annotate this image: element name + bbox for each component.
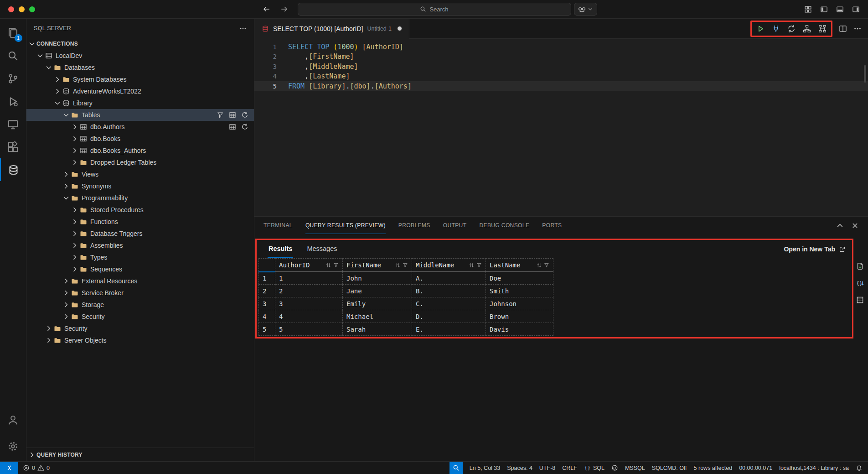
panel-tab-query-results-preview[interactable]: QUERY RESULTS (PREVIEW) [305,217,386,234]
chevron-right-icon[interactable] [70,218,79,225]
code-line-2[interactable]: 2 ,[FirstName] [254,52,868,62]
chevron-right-icon[interactable] [62,313,71,320]
tree-item-assemblies[interactable]: Assemblies [26,240,254,251]
actual-plan-button[interactable] [818,25,827,33]
tree-item-system-databases[interactable]: System Databases [26,73,254,85]
save-as-excel-button[interactable] [856,296,864,304]
tree-item-sequences[interactable]: Sequences [26,263,254,275]
grid-row[interactable]: 44MichaelD.Brown [259,310,553,323]
chevron-right-icon[interactable] [62,171,71,178]
status-feedback[interactable] [611,462,618,474]
grid-cell[interactable]: Doe [486,272,553,285]
chevron-right-icon[interactable] [70,159,79,166]
chevron-right-icon[interactable] [70,230,79,237]
more-actions-icon[interactable] [239,25,247,32]
layout-sidebar-left-icon[interactable] [820,5,828,13]
grid-cell[interactable]: 3 [275,297,343,310]
activity-bar-item-sql-server[interactable] [0,158,26,181]
results-tab[interactable]: Results [268,240,293,258]
sort-icon[interactable] [469,262,475,268]
chevron-down-icon[interactable] [53,99,62,107]
row-number-cell[interactable]: 2 [259,285,275,297]
chevron-right-icon[interactable] [70,242,79,249]
panel-tab-terminal[interactable]: TERMINAL [264,217,293,234]
grid-cell[interactable]: D. [412,310,486,323]
sort-icon[interactable] [395,262,401,268]
copilot-menu-button[interactable] [574,3,597,16]
grid-cell[interactable]: Jane [343,285,412,297]
code-line-4[interactable]: 4 ,[LastName] [254,72,868,82]
chevron-down-icon[interactable] [62,194,71,202]
grid-cell[interactable]: Emily [343,297,412,310]
tree-item-dbo-books[interactable]: dbo.Books [26,133,254,145]
grid-row[interactable]: 33EmilyC.Johnson [259,297,553,310]
connections-section-header[interactable]: CONNECTIONS [26,38,254,50]
grid-cell[interactable]: E. [412,323,486,336]
table-icon[interactable] [229,123,236,130]
status-end-of-line[interactable]: CRLF [562,462,577,474]
open-in-new-tab-button[interactable]: Open in New Tab [784,245,846,253]
activity-bar-item-settings[interactable] [0,435,26,458]
grid-cell[interactable]: 1 [275,272,343,285]
close-panel-icon[interactable] [851,222,859,229]
editor-scrollbar[interactable] [864,65,866,83]
chevron-right-icon[interactable] [70,135,79,142]
panel-tab-ports[interactable]: PORTS [542,217,562,234]
activity-bar-item-run-and-debug[interactable] [0,90,26,113]
tree-item-security[interactable]: Security [26,311,254,323]
tree-item-localdev[interactable]: LocalDev [26,50,254,62]
more-actions-icon[interactable] [853,25,862,33]
grid-cell[interactable]: Davis [486,323,553,336]
modified-indicator[interactable] [398,26,402,31]
row-number-cell[interactable]: 1 [259,272,275,285]
tree-item-stored-procedures[interactable]: Stored Procedures [26,204,254,216]
code-line-5[interactable]: 5FROM [Library].[dbo].[Authors] [254,81,868,91]
chevron-right-icon[interactable] [53,76,62,83]
grid-row[interactable]: 11JohnA.Doe [259,272,553,285]
chevron-right-icon[interactable] [44,325,53,332]
tree-item-security[interactable]: Security [26,323,254,334]
grid-cell[interactable]: 4 [275,310,343,323]
filter-icon[interactable] [544,262,549,268]
tree-item-database-triggers[interactable]: Database Triggers [26,228,254,240]
status-encoding[interactable]: UTF-8 [539,462,555,474]
tree-item-functions[interactable]: Functions [26,216,254,228]
layout-grid-icon[interactable] [804,5,812,13]
code-line-3[interactable]: 3 ,[MiddleName] [254,62,868,72]
status-connection-status[interactable]: localhost,1434 : Library : sa [779,462,849,474]
split-editor-icon[interactable] [839,25,847,33]
chevron-right-icon[interactable] [70,254,79,261]
grid-cell[interactable]: Johnson [486,297,553,310]
tree-item-server-objects[interactable]: Server Objects [26,334,254,346]
navigate-back-button[interactable] [262,5,270,13]
status-mssql-provider[interactable]: MSSQL [625,462,645,474]
chevron-right-icon[interactable] [70,123,79,130]
close-window-button[interactable] [8,6,14,12]
remote-indicator[interactable] [0,462,18,474]
filter-icon[interactable] [333,262,339,268]
grid-cell[interactable]: 5 [275,323,343,336]
code-editor[interactable]: 1SELECT TOP (1000) [AuthorID]2 ,[FirstNa… [254,39,868,216]
query-history-section-header[interactable]: QUERY HISTORY [26,448,254,461]
filter-icon[interactable] [403,262,408,268]
chevron-right-icon[interactable] [62,277,71,285]
disconnect-button[interactable] [772,25,780,33]
panel-tab-debug-console[interactable]: DEBUG CONSOLE [479,217,529,234]
tree-item-service-broker[interactable]: Service Broker [26,287,254,299]
tree-item-views[interactable]: Views [26,168,254,180]
code-line-1[interactable]: 1SELECT TOP (1000) [AuthorID] [254,42,868,52]
table-icon[interactable] [229,111,236,119]
refresh-icon[interactable] [241,123,248,130]
grid-cell[interactable]: Sarah [343,323,412,336]
grid-cell[interactable]: Smith [486,285,553,297]
command-center-search[interactable]: Search [298,3,571,16]
row-number-cell[interactable]: 3 [259,297,275,310]
chevron-right-icon[interactable] [62,182,71,190]
zoom-window-button[interactable] [29,6,35,12]
chevron-right-icon[interactable] [62,289,71,297]
status-cursor-position[interactable]: Ln 5, Col 33 [470,462,500,474]
activity-bar-item-source-control[interactable] [0,67,26,90]
chevron-down-icon[interactable] [36,52,45,59]
tree-item-databases[interactable]: Databases [26,62,254,73]
status-sqlcmd-mode[interactable]: SQLCMD: Off [652,462,687,474]
